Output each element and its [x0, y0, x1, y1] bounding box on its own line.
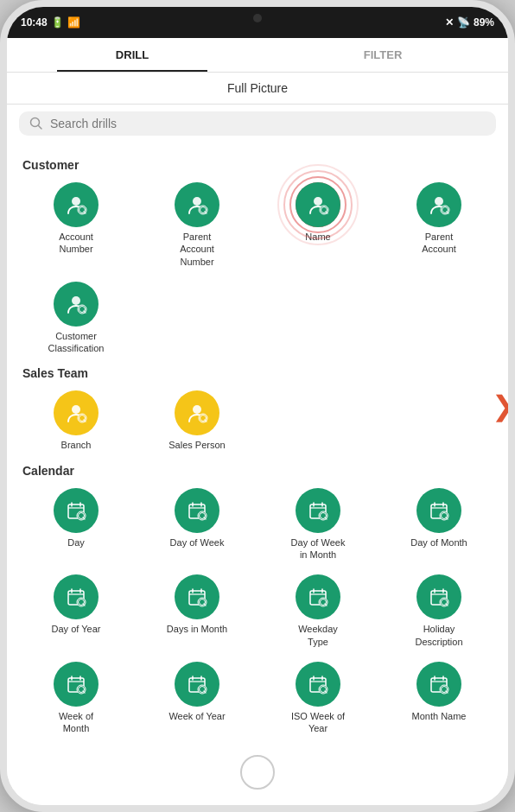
time: 10:48	[21, 16, 48, 29]
label-day-of-month: Day of Month	[410, 536, 467, 549]
icon-day-of-week	[175, 488, 219, 533]
label-customer-classification: Customer Classification	[45, 330, 107, 355]
icon-parent-account-number	[175, 182, 219, 227]
item-day[interactable]: Day	[19, 485, 133, 565]
icon-iso-week-of-year	[296, 662, 340, 707]
item-month-name[interactable]: Month Name	[382, 658, 496, 739]
icon-day-of-week-in-month	[296, 488, 340, 533]
icon-month-name	[416, 662, 461, 707]
label-account-number: Account Number	[45, 231, 107, 256]
label-day-of-week: Day of Week	[170, 536, 225, 549]
tab-drill[interactable]: DRILL	[7, 38, 258, 72]
item-parent-account[interactable]: Parent Account	[382, 179, 496, 271]
battery-percent: 89%	[474, 16, 494, 29]
icon-name	[296, 182, 340, 227]
signal-icon: ✕	[445, 16, 454, 29]
svg-point-6	[193, 197, 201, 206]
ripple-name	[296, 182, 340, 227]
item-parent-account-number[interactable]: Parent Account Number	[140, 179, 254, 271]
label-weekday-type: Weekday Type	[287, 623, 349, 648]
icon-customer-classification	[54, 282, 99, 327]
label-branch: Branch	[61, 439, 92, 451]
svg-point-10	[314, 197, 322, 206]
breadcrumb: Full Picture	[7, 73, 508, 105]
status-bar: 10:48 🔋 📶 ✕ 📡 89%	[7, 7, 508, 38]
bottom-bar	[7, 743, 508, 805]
item-day-of-week-in-month[interactable]: Day of Week in Month	[261, 485, 375, 565]
item-name[interactable]: Name	[261, 179, 375, 271]
label-week-of-year: Week of Year	[168, 710, 225, 722]
wifi-off-icon: 📡	[457, 16, 470, 29]
search-bar	[7, 105, 508, 143]
item-holiday-description[interactable]: Holiday Description	[382, 571, 496, 651]
svg-point-18	[72, 296, 80, 305]
icon-branch	[54, 390, 99, 435]
sales-team-grid: Branch Sales Person	[19, 387, 496, 454]
device-frame: 10:48 🔋 📶 ✕ 📡 89% DRILL FILTER Full Pict…	[0, 0, 515, 812]
icon-day-of-month	[416, 488, 461, 533]
section-label-calendar: Calendar	[22, 464, 496, 478]
icon-holiday-description	[416, 574, 461, 619]
battery-icon: 🔋	[51, 16, 64, 29]
svg-point-14	[435, 197, 443, 206]
icon-week-of-month	[54, 662, 99, 707]
item-week-of-year[interactable]: Week of Year	[140, 658, 254, 739]
item-day-of-year[interactable]: Day of Year	[19, 571, 133, 651]
icon-weekday-type	[296, 574, 340, 619]
camera-notch	[253, 14, 262, 22]
item-sales-person[interactable]: Sales Person	[140, 387, 254, 454]
icon-day	[54, 488, 99, 533]
content-area: Customer Account Number	[7, 143, 508, 743]
svg-point-2	[72, 197, 80, 206]
item-day-of-week[interactable]: Day of Week	[140, 485, 254, 565]
back-button[interactable]: ❯	[492, 390, 515, 422]
calendar-grid: Day Day of Week	[19, 485, 496, 739]
label-day: Day	[67, 536, 85, 549]
icon-week-of-year	[175, 662, 219, 707]
status-left: 10:48 🔋 📶	[21, 16, 80, 29]
tab-filter[interactable]: FILTER	[258, 38, 508, 72]
label-sales-person: Sales Person	[168, 439, 225, 451]
search-input-wrap[interactable]	[19, 111, 496, 136]
nav-tabs: DRILL FILTER	[7, 38, 508, 73]
icon-account-number	[54, 182, 99, 227]
label-parent-account: Parent Account	[408, 231, 470, 256]
label-week-of-month: Week of Month	[45, 710, 107, 735]
icon-sales-person	[175, 390, 219, 435]
item-week-of-month[interactable]: Week of Month	[19, 658, 133, 739]
label-holiday-description: Holiday Description	[408, 623, 470, 648]
item-weekday-type[interactable]: Weekday Type	[261, 571, 375, 651]
item-days-in-month[interactable]: Days in Month	[140, 571, 254, 651]
label-days-in-month: Days in Month	[167, 623, 227, 635]
customer-grid: Account Number Parent Account Number	[19, 179, 496, 358]
item-branch[interactable]: Branch	[19, 387, 133, 454]
item-customer-classification[interactable]: Customer Classification	[19, 278, 133, 358]
section-label-customer: Customer	[22, 158, 496, 172]
icon-parent-account	[416, 182, 461, 227]
svg-point-26	[193, 405, 201, 414]
search-icon	[29, 117, 43, 130]
svg-point-22	[72, 405, 80, 414]
search-input[interactable]	[50, 117, 486, 130]
label-parent-account-number: Parent Account Number	[166, 231, 228, 268]
wifi-icon: 📶	[67, 16, 80, 29]
label-iso-week-of-year: ISO Week of Year	[287, 710, 349, 735]
label-month-name: Month Name	[412, 710, 467, 722]
item-day-of-month[interactable]: Day of Month	[382, 485, 496, 565]
section-label-sales-team: Sales Team	[22, 366, 496, 380]
icon-day-of-year	[54, 574, 99, 619]
label-day-of-year: Day of Year	[52, 623, 101, 635]
icon-days-in-month	[175, 574, 219, 619]
label-day-of-week-in-month: Day of Week in Month	[287, 536, 349, 561]
status-right: ✕ 📡 89%	[445, 16, 494, 29]
home-button[interactable]	[240, 755, 275, 790]
svg-line-1	[39, 126, 42, 130]
item-iso-week-of-year[interactable]: ISO Week of Year	[261, 658, 375, 739]
item-account-number[interactable]: Account Number	[19, 179, 133, 271]
